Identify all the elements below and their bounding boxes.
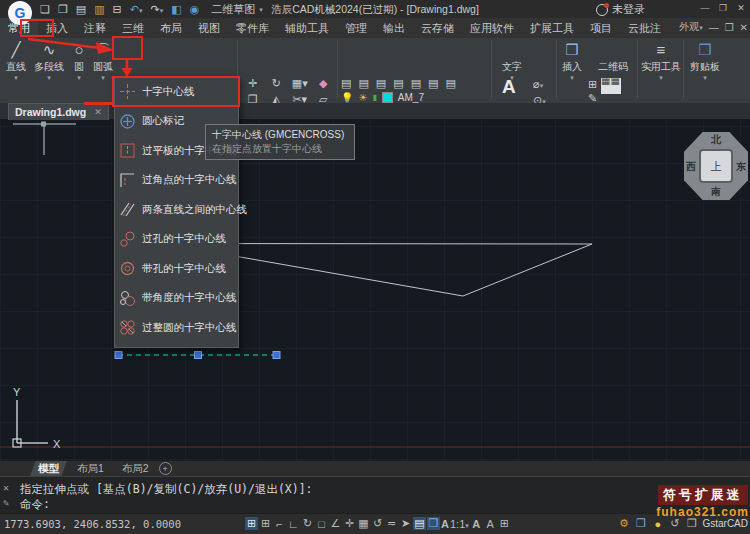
workspace-switch-icon[interactable]: ❒	[427, 517, 440, 530]
utility-tool[interactable]: ≡ 实用工具 ▾	[640, 40, 682, 82]
flyout-item-cross-centerline[interactable]: 十字中心线	[115, 77, 238, 107]
close-icon[interactable]: ✕	[94, 104, 102, 121]
maximize-icon[interactable]: ❐	[714, 0, 732, 17]
tab-parts-library[interactable]: 零件库	[228, 18, 277, 38]
view-cube[interactable]: 北 西 东 南 上	[684, 132, 748, 200]
flyout-item-through-holes[interactable]: 过孔的十字中心线	[115, 225, 238, 255]
dimension-icon[interactable]: ⌀▾	[533, 78, 543, 91]
annotation-auto-icon[interactable]: A	[484, 518, 497, 530]
layer-state-icon[interactable]: ▤	[411, 77, 421, 90]
tab-insert[interactable]: 插入	[38, 18, 76, 38]
erase-icon[interactable]: ◆	[312, 77, 336, 90]
undo-icon[interactable]: ↶▾	[130, 3, 143, 16]
layer-unlock-icon[interactable]: ▮	[372, 93, 376, 102]
flyout-item-full-circles[interactable]: 过整圆的十字中心线	[115, 313, 238, 343]
view-cube-west[interactable]: 西	[686, 160, 696, 174]
layer-thaw-icon[interactable]: ☀	[358, 92, 367, 103]
workspace-icon[interactable]: ◧	[171, 3, 181, 16]
ribbon-close-icon[interactable]: ✕	[740, 22, 748, 33]
layer-state-icon[interactable]: ▤	[393, 77, 403, 90]
app-logo[interactable]: G	[8, 1, 32, 25]
fullscreen-icon[interactable]: ❐	[685, 517, 698, 530]
print-icon[interactable]: ⊟	[113, 3, 122, 16]
tab-manage[interactable]: 管理	[337, 18, 375, 38]
circle-tool[interactable]: ○ 圆 ▾	[66, 40, 92, 82]
tab-layout[interactable]: 布局	[152, 18, 190, 38]
polyline-tool[interactable]: ∿ 多段线 ▾	[32, 40, 66, 82]
close-icon[interactable]: ✕	[3, 482, 9, 493]
layer-on-icon[interactable]: 💡	[341, 92, 353, 103]
layer-state-icon[interactable]: ▤	[358, 77, 368, 90]
current-layer-name[interactable]: AM_7	[398, 92, 424, 103]
annotation-scale[interactable]: 1:1▾	[450, 518, 469, 530]
rotate-icon[interactable]: ↻	[265, 77, 289, 90]
selection-icon[interactable]: ➤	[399, 517, 412, 530]
polar-icon[interactable]: ↻	[301, 517, 314, 530]
workspace-select[interactable]: 二维草图 ▾	[207, 2, 267, 17]
dynamic-input-icon[interactable]: ▦	[357, 517, 370, 530]
ortho-icon[interactable]: ∟	[287, 518, 300, 530]
centerline-grip[interactable]	[41, 122, 46, 127]
flyout-item-with-hole[interactable]: 带孔的十字中心线	[115, 254, 238, 284]
tab-project[interactable]: 项目	[582, 18, 620, 38]
flyout-item-corner-cross[interactable]: 过角点的十字中心线	[115, 166, 238, 196]
grid-icon[interactable]: ⊞	[259, 517, 272, 530]
annotation-visibility-icon[interactable]: A	[470, 518, 483, 530]
otrack-icon[interactable]: ∠	[329, 517, 342, 530]
tab-layout2[interactable]: 布局2	[114, 461, 157, 476]
tab-extension-tools[interactable]: 扩展工具	[522, 18, 582, 38]
open-file-icon[interactable]: ❐	[58, 3, 68, 16]
tab-apps[interactable]: 应用软件	[462, 18, 522, 38]
flyout-item-angled-cross[interactable]: 带角度的十字中心线	[115, 284, 238, 314]
minimize-icon[interactable]: —	[696, 0, 714, 17]
add-layout-icon[interactable]: +	[159, 462, 172, 475]
dynamic-ucs-icon[interactable]: ✛	[343, 517, 356, 530]
save-icon[interactable]: ▤	[76, 3, 86, 16]
osnap-icon[interactable]: □	[315, 518, 328, 530]
insert-block-tool[interactable]: ❒ 插入 ▾	[558, 40, 586, 82]
array-icon[interactable]: ▦▾	[288, 77, 312, 90]
line-tool[interactable]: ╱ 直线 ▾	[1, 40, 31, 82]
clean-screen-icon[interactable]: ↺	[668, 517, 681, 530]
close-icon[interactable]: ✕	[732, 0, 750, 17]
flyout-item-between-lines[interactable]: 两条直线之间的中心线	[115, 195, 238, 225]
bulb-icon[interactable]: ●	[651, 518, 664, 530]
tab-cloud-annotate[interactable]: 云批注	[620, 18, 669, 38]
tab-annotate[interactable]: 注释	[76, 18, 114, 38]
layer-state-icon[interactable]: ▤	[445, 77, 455, 90]
redo-icon[interactable]: ↷▾	[151, 3, 164, 16]
clipboard-tool[interactable]: ❒ 剪贴板 ▾	[686, 40, 724, 82]
isolate-icon[interactable]: ▤	[413, 517, 426, 530]
user-account[interactable]: 未登录	[596, 2, 645, 17]
view-cube-north[interactable]: 北	[711, 133, 721, 147]
cycle-icon[interactable]: ↺	[371, 517, 384, 530]
tab-output[interactable]: 输出	[375, 18, 413, 38]
move-icon[interactable]: ✛	[241, 77, 265, 90]
snap-icon[interactable]: ⊞	[245, 517, 258, 530]
tab-aux-tools[interactable]: 辅助工具	[277, 18, 337, 38]
tab-model[interactable]: 模型	[30, 461, 67, 476]
layer-color-swatch[interactable]	[382, 92, 393, 103]
tab-view[interactable]: 视图	[190, 18, 228, 38]
document-tab[interactable]: Drawing1.dwg ✕	[8, 103, 109, 120]
monitor-icon[interactable]: ❒	[634, 517, 647, 530]
snap-mode-icon[interactable]: ⌐	[273, 518, 286, 530]
appearance-menu[interactable]: 外观▾	[679, 20, 703, 34]
grip-middle[interactable]	[195, 352, 202, 359]
grip-right[interactable]	[273, 352, 280, 359]
drawing-canvas[interactable]: Y X 北 西 东 南 上	[0, 120, 750, 460]
view-cube-south[interactable]: 南	[711, 185, 721, 199]
layer-state-icon[interactable]: ▤	[341, 77, 351, 90]
arc-tool[interactable]: ⌒ 圆弧 ▾	[90, 40, 116, 82]
tab-3d[interactable]: 三维	[114, 18, 152, 38]
text-tool[interactable]: 文字 ▾	[497, 60, 527, 82]
customize-grid-icon[interactable]: ⊞	[498, 517, 511, 530]
ribbon-restore-icon[interactable]: ❐	[725, 22, 734, 33]
layer-state-icon[interactable]: ▤	[376, 77, 386, 90]
save-all-icon[interactable]: ▥	[94, 3, 104, 16]
command-line-panel[interactable]: ✕ ✎ 指定拉伸点或 [基点(B)/复制(C)/放弃(U)/退出(X)]: 命令…	[0, 476, 750, 513]
view-cube-east[interactable]: 东	[736, 160, 746, 174]
grip-left[interactable]	[115, 352, 122, 359]
ribbon-minimize-icon[interactable]: —	[709, 22, 719, 33]
layer-state-icon[interactable]: ▤	[428, 77, 438, 90]
